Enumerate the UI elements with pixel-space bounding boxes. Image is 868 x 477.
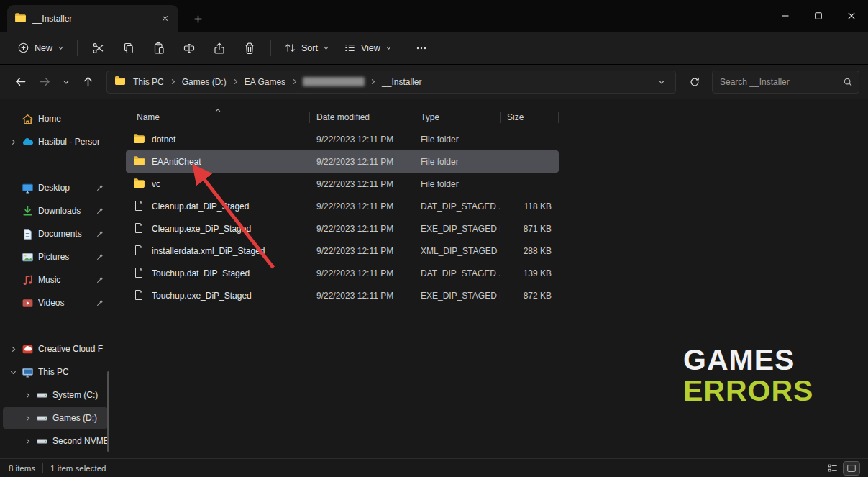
column-header-size[interactable]: Size [500, 106, 559, 128]
sidebar-item-home[interactable]: Home [3, 108, 108, 130]
back-button[interactable] [9, 71, 32, 94]
item-count: 8 items [9, 464, 35, 473]
sidebar-item-system-c[interactable]: System (C:) [3, 384, 108, 406]
tab-title: __Installer [32, 14, 152, 24]
recent-locations-button[interactable] [58, 71, 75, 94]
this-pc-icon [22, 366, 34, 378]
sidebar-item-label: System (C:) [52, 390, 108, 400]
search-icon [843, 77, 853, 87]
sidebar-item-label: Downloads [38, 206, 91, 216]
window-controls [769, 0, 868, 32]
column-headers: Name Date modified Type Size [126, 106, 559, 128]
file-row-dotnet[interactable]: dotnet 9/22/2023 12:11 PM File folder [126, 128, 559, 150]
share-button[interactable] [204, 36, 234, 60]
sidebar-item-label: Home [38, 114, 108, 124]
search-box[interactable] [712, 71, 859, 94]
sidebar-item-games-d[interactable]: Games (D:) [3, 407, 108, 429]
breadcrumb-this-pc[interactable]: This PC [129, 75, 168, 89]
breadcrumb-ea-games[interactable]: EA Games [240, 75, 290, 89]
sidebar-item-documents[interactable]: Documents [3, 223, 108, 245]
sidebar-item-music[interactable]: Music [3, 269, 108, 291]
column-header-name[interactable]: Name [126, 106, 309, 128]
sidebar-item-label: Music [38, 275, 91, 285]
address-dropdown-icon[interactable] [652, 78, 671, 86]
sidebar-item-downloads[interactable]: Downloads [3, 200, 108, 222]
music-icon [22, 274, 34, 286]
chevron-down-icon [58, 45, 64, 51]
pin-icon [96, 230, 104, 238]
new-tab-button[interactable] [188, 9, 207, 28]
sidebar-item-label: Pictures [38, 252, 91, 262]
sidebar-item-videos[interactable]: Videos [3, 292, 108, 314]
copy-button[interactable] [114, 36, 144, 60]
file-row-eaanticheat[interactable]: EAAntiCheat 9/22/2023 12:11 PM File fold… [126, 150, 559, 173]
chevron-down-icon [385, 45, 392, 51]
file-list: Name Date modified Type Size dotnet 9/22… [115, 99, 868, 458]
sort-button[interactable]: Sort [277, 36, 337, 60]
column-header-date-modified[interactable]: Date modified [309, 106, 414, 128]
breadcrumb-redacted-segment[interactable] [303, 77, 365, 86]
sidebar-item-label: Videos [38, 298, 91, 308]
tab-close-icon[interactable] [158, 12, 171, 25]
file-icon [133, 289, 145, 301]
breadcrumb-games-drive[interactable]: Games (D:) [178, 75, 231, 89]
refresh-button[interactable] [683, 71, 706, 94]
sort-icon [284, 42, 296, 54]
chevron-right-icon [9, 346, 17, 353]
chevron-right-icon [370, 78, 376, 85]
titlebar: __Installer [0, 0, 868, 32]
thumbnail-view-toggle[interactable] [844, 462, 859, 475]
column-header-type[interactable]: Type [414, 106, 500, 128]
sidebar-item-label: This PC [38, 367, 108, 377]
sidebar-item-this-pc[interactable]: This PC [3, 361, 108, 383]
sidebar-item-pictures[interactable]: Pictures [3, 246, 108, 268]
forward-button[interactable] [33, 71, 56, 94]
rename-button[interactable] [174, 36, 204, 60]
sidebar-item-label: Desktop [38, 183, 91, 193]
file-icon [133, 200, 145, 212]
cut-button[interactable] [83, 36, 114, 60]
paste-button[interactable] [144, 36, 174, 60]
file-row-installerdata-xml[interactable]: installerdata.xml_DiP_Staged 9/22/2023 1… [126, 240, 559, 262]
explorer-tab[interactable]: __Installer [7, 5, 178, 32]
sidebar-item-creative-cloud[interactable]: Creative Cloud F [3, 338, 108, 360]
drive-icon [36, 389, 48, 401]
address-bar[interactable]: This PC Games (D:) EA Games __Installer [106, 71, 676, 94]
sidebar-item-label: Hasibul - Persor [38, 137, 108, 147]
details-view-toggle[interactable] [825, 462, 841, 475]
new-icon [17, 42, 29, 54]
file-row-vc[interactable]: vc 9/22/2023 12:11 PM File folder [126, 173, 559, 195]
view-button[interactable]: View [337, 36, 399, 60]
documents-icon [22, 228, 34, 240]
toolbar-separator [77, 40, 78, 56]
sidebar-scrollbar[interactable] [107, 371, 109, 452]
view-button-label: View [361, 43, 380, 53]
more-options-button[interactable] [406, 36, 437, 60]
up-button[interactable] [76, 71, 99, 94]
file-row-touchup-exe[interactable]: Touchup.exe_DiP_Staged 9/22/2023 12:11 P… [126, 284, 559, 306]
sidebar-item-onedrive[interactable]: Hasibul - Persor [3, 131, 108, 153]
search-input[interactable] [720, 77, 843, 87]
sidebar-item-second-nvme[interactable]: Second NVME [3, 430, 108, 452]
pin-icon [96, 207, 104, 215]
file-row-cleanup-dat[interactable]: Cleanup.dat_DiP_Staged 9/22/2023 12:11 P… [126, 195, 559, 217]
navigation-pane: Home Hasibul - Persor Desktop [0, 99, 111, 458]
pictures-icon [22, 251, 34, 263]
delete-button[interactable] [234, 36, 265, 60]
maximize-button[interactable] [802, 0, 835, 32]
minimize-button[interactable] [769, 0, 802, 32]
sidebar-item-desktop[interactable]: Desktop [3, 177, 108, 199]
chevron-right-icon [291, 78, 298, 85]
folder-icon [133, 155, 145, 168]
new-button[interactable]: New [10, 36, 71, 60]
folder-icon [133, 133, 145, 145]
chevron-right-icon [9, 139, 17, 145]
folder-icon [133, 178, 145, 190]
file-row-touchup-dat[interactable]: Touchup.dat_DiP_Staged 9/22/2023 12:11 P… [126, 262, 559, 284]
file-row-cleanup-exe[interactable]: Cleanup.exe_DiP_Staged 9/22/2023 12:11 P… [126, 217, 559, 240]
selection-count: 1 item selected [50, 464, 106, 473]
new-button-label: New [35, 43, 52, 53]
close-button[interactable] [835, 0, 868, 32]
sort-button-label: Sort [301, 43, 318, 53]
breadcrumb-installer[interactable]: __Installer [378, 75, 426, 89]
